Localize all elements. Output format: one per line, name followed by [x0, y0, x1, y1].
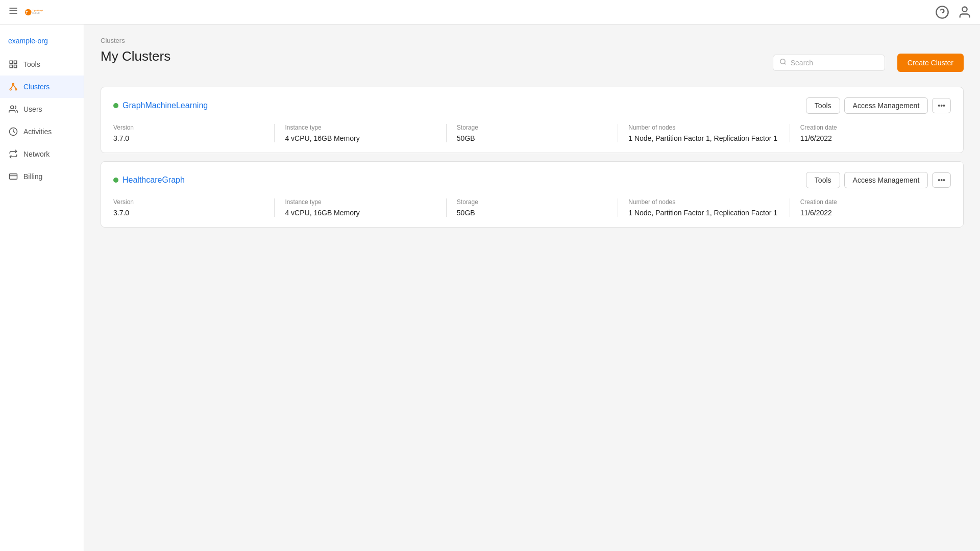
svg-line-18 — [13, 85, 16, 89]
svg-rect-11 — [14, 61, 17, 63]
version-value-1: 3.7.0 — [113, 134, 264, 142]
storage-item-1: Storage 50GB — [457, 124, 618, 142]
more-options-button-1[interactable]: ••• — [932, 98, 951, 113]
svg-rect-21 — [10, 174, 17, 180]
creation-date-item-1: Creation date 11/6/2022 — [800, 124, 951, 142]
storage-value-1: 50GB — [457, 134, 607, 142]
version-item-2: Version 3.7.0 — [113, 198, 275, 217]
tools-button-2[interactable]: Tools — [806, 172, 840, 188]
page-title: My Clusters — [101, 48, 170, 64]
cluster-name-row-2: HealthcareGraph — [113, 176, 185, 185]
network-icon — [8, 149, 18, 159]
svg-point-15 — [10, 89, 11, 90]
sidebar-item-activities[interactable]: Activities — [0, 120, 84, 143]
sidebar-item-clusters[interactable]: Clusters — [0, 76, 84, 98]
nodes-item-1: Number of nodes 1 Node, Partition Factor… — [628, 124, 790, 142]
sidebar-label-clusters: Clusters — [23, 83, 50, 91]
version-label-1: Version — [113, 124, 264, 131]
svg-rect-13 — [14, 65, 17, 68]
svg-point-9 — [962, 7, 967, 11]
nodes-value-2: 1 Node, Partition Factor 1, Replication … — [628, 209, 779, 217]
cluster-actions-1: Tools Access Management ••• — [806, 97, 951, 114]
instance-type-label-1: Instance type — [285, 124, 435, 131]
storage-item-2: Storage 50GB — [457, 198, 618, 217]
users-icon — [8, 104, 18, 114]
sidebar-item-tools[interactable]: Tools — [0, 53, 84, 76]
billing-icon — [8, 171, 18, 182]
cluster-card-2: HealthcareGraph Tools Access Management … — [101, 161, 964, 228]
access-management-button-2[interactable]: Access Management — [844, 172, 928, 188]
svg-line-17 — [11, 85, 13, 89]
svg-line-24 — [784, 63, 786, 64]
instance-type-value-1: 4 vCPU, 16GB Memory — [285, 134, 435, 142]
org-name[interactable]: example-org — [0, 33, 84, 53]
user-avatar[interactable] — [958, 5, 972, 19]
top-bar: T TigerGraph CLOUD — [0, 0, 980, 24]
svg-rect-10 — [10, 61, 12, 63]
instance-type-label-2: Instance type — [285, 198, 435, 206]
sidebar-item-billing[interactable]: Billing — [0, 165, 84, 188]
clusters-icon — [8, 82, 18, 92]
search-input[interactable] — [791, 59, 878, 67]
cluster-name-row-1: GraphMachineLearning — [113, 101, 208, 110]
creation-date-label-1: Creation date — [800, 124, 951, 131]
svg-rect-12 — [10, 65, 12, 68]
sidebar-item-network[interactable]: Network — [0, 143, 84, 165]
version-label-2: Version — [113, 198, 264, 206]
svg-text:T: T — [26, 10, 28, 14]
creation-date-item-2: Creation date 11/6/2022 — [800, 198, 951, 217]
instance-type-value-2: 4 vCPU, 16GB Memory — [285, 209, 435, 217]
main-layout: example-org Tools Clusters — [0, 24, 980, 551]
cluster-details-1: Version 3.7.0 Instance type 4 vCPU, 16GB… — [113, 124, 951, 142]
nodes-label-1: Number of nodes — [628, 124, 779, 131]
page-header: My Clusters Create Cluster — [101, 48, 964, 77]
version-item-1: Version 3.7.0 — [113, 124, 275, 142]
sidebar-label-users: Users — [23, 105, 42, 113]
status-dot-2 — [113, 178, 118, 183]
creation-date-value-1: 11/6/2022 — [800, 134, 951, 142]
sidebar: example-org Tools Clusters — [0, 24, 84, 551]
instance-type-item-2: Instance type 4 vCPU, 16GB Memory — [285, 198, 446, 217]
activities-icon — [8, 127, 18, 137]
nodes-item-2: Number of nodes 1 Node, Partition Factor… — [628, 198, 790, 217]
svg-point-23 — [780, 59, 785, 63]
logo[interactable]: T TigerGraph CLOUD — [24, 3, 43, 21]
cluster-name-1[interactable]: GraphMachineLearning — [122, 101, 208, 110]
cluster-details-2: Version 3.7.0 Instance type 4 vCPU, 16GB… — [113, 198, 951, 217]
sidebar-label-tools: Tools — [23, 60, 40, 68]
cluster-card-1: GraphMachineLearning Tools Access Manage… — [101, 87, 964, 153]
svg-point-14 — [13, 83, 14, 85]
create-cluster-button[interactable]: Create Cluster — [897, 54, 964, 72]
storage-label-1: Storage — [457, 124, 607, 131]
tools-button-1[interactable]: Tools — [806, 97, 840, 114]
nodes-label-2: Number of nodes — [628, 198, 779, 206]
sidebar-label-activities: Activities — [23, 128, 52, 136]
version-value-2: 3.7.0 — [113, 209, 264, 217]
creation-date-label-2: Creation date — [800, 198, 951, 206]
creation-date-value-2: 11/6/2022 — [800, 209, 951, 217]
sidebar-label-network: Network — [23, 150, 50, 158]
search-box — [773, 55, 885, 71]
cluster-card-header-2: HealthcareGraph Tools Access Management … — [113, 172, 951, 188]
cluster-card-header-1: GraphMachineLearning Tools Access Manage… — [113, 97, 951, 114]
access-management-button-1[interactable]: Access Management — [844, 97, 928, 114]
cluster-name-2[interactable]: HealthcareGraph — [122, 176, 185, 185]
sidebar-label-billing: Billing — [23, 172, 42, 181]
storage-value-2: 50GB — [457, 209, 607, 217]
more-options-button-2[interactable]: ••• — [932, 172, 951, 188]
content-area: Clusters My Clusters Create Cluster — [84, 24, 980, 551]
search-icon — [779, 58, 787, 67]
svg-text:TigerGraph: TigerGraph — [32, 9, 43, 12]
hamburger-icon[interactable] — [8, 6, 18, 18]
storage-label-2: Storage — [457, 198, 607, 206]
sidebar-item-users[interactable]: Users — [0, 98, 84, 120]
svg-point-19 — [11, 106, 14, 109]
help-icon[interactable] — [935, 5, 949, 19]
cluster-actions-2: Tools Access Management ••• — [806, 172, 951, 188]
status-dot-1 — [113, 103, 118, 108]
svg-point-16 — [15, 89, 17, 90]
svg-text:CLOUD: CLOUD — [32, 12, 40, 14]
nodes-value-1: 1 Node, Partition Factor 1, Replication … — [628, 134, 779, 142]
header-actions: Create Cluster — [773, 54, 964, 72]
top-bar-right — [935, 5, 972, 19]
